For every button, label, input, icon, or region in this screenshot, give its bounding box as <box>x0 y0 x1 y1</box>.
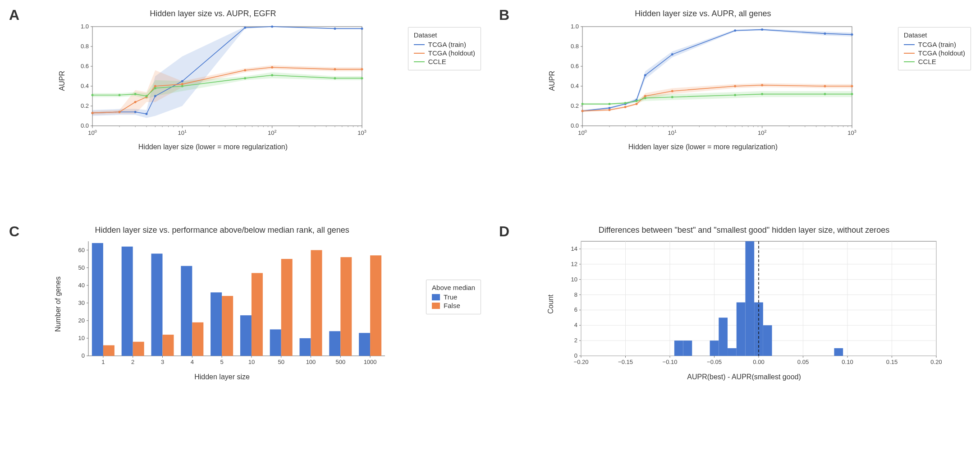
svg-text:0.6: 0.6 <box>81 63 89 69</box>
svg-text:−0.15: −0.15 <box>618 359 633 365</box>
svg-text:100: 100 <box>88 129 97 136</box>
svg-text:50: 50 <box>278 359 284 365</box>
legend-A: Dataset TCGA (train) TCGA (holdout) CCLE <box>408 27 481 70</box>
svg-rect-268 <box>719 318 728 356</box>
svg-rect-274 <box>834 348 843 356</box>
svg-text:102: 102 <box>268 129 276 136</box>
svg-rect-270 <box>736 302 745 356</box>
svg-point-56 <box>119 111 121 113</box>
svg-point-141 <box>609 103 611 105</box>
svg-rect-189 <box>211 292 222 356</box>
svg-point-127 <box>761 28 764 31</box>
svg-rect-273 <box>763 325 772 356</box>
svg-point-50 <box>181 80 183 83</box>
svg-text:10: 10 <box>248 359 254 365</box>
svg-text:12: 12 <box>571 261 577 267</box>
legend-item: True <box>444 293 457 301</box>
svg-text:1.0: 1.0 <box>81 23 89 30</box>
legend-item: TCGA (train) <box>428 41 466 48</box>
svg-point-68 <box>146 95 148 97</box>
svg-point-143 <box>636 100 638 102</box>
svg-point-48 <box>146 113 148 115</box>
legend-item: CCLE <box>428 58 446 65</box>
chart-title-D: Differences between "best" and "smallest… <box>599 226 890 235</box>
svg-text:0: 0 <box>574 352 577 359</box>
svg-point-67 <box>134 93 137 95</box>
svg-rect-198 <box>281 259 292 356</box>
xlabel-D: AUPR(best) - AUPR(smallest good) <box>687 373 801 381</box>
svg-point-54 <box>361 28 363 30</box>
svg-rect-205 <box>329 331 340 356</box>
panel-letter-A: A <box>9 7 23 23</box>
svg-point-131 <box>609 109 611 111</box>
svg-point-61 <box>244 69 247 71</box>
svg-text:0.00: 0.00 <box>753 359 764 365</box>
svg-point-66 <box>119 94 121 96</box>
svg-text:0.8: 0.8 <box>81 43 89 50</box>
chart-D: 02468101214−0.20−0.15−0.10−0.050.000.050… <box>559 239 942 369</box>
svg-text:60: 60 <box>78 247 84 253</box>
panel-letter-D: D <box>499 223 513 240</box>
panel-letter-C: C <box>9 223 23 240</box>
svg-text:0.10: 0.10 <box>842 359 853 365</box>
legend-title-B: Dataset <box>904 31 965 39</box>
svg-point-55 <box>92 112 94 114</box>
svg-text:−0.05: −0.05 <box>707 359 722 365</box>
svg-text:8: 8 <box>574 291 577 298</box>
svg-point-47 <box>134 111 137 113</box>
svg-text:0.0: 0.0 <box>81 122 89 129</box>
svg-point-59 <box>154 85 156 87</box>
svg-point-137 <box>761 84 764 86</box>
svg-point-73 <box>334 77 336 79</box>
svg-point-138 <box>824 85 826 87</box>
svg-text:4: 4 <box>574 322 577 328</box>
svg-text:500: 500 <box>335 359 345 365</box>
legend-title-A: Dataset <box>414 31 475 39</box>
svg-text:40: 40 <box>78 282 84 289</box>
svg-text:20: 20 <box>78 317 84 324</box>
svg-point-69 <box>154 87 156 89</box>
svg-point-133 <box>636 103 638 105</box>
svg-rect-267 <box>710 341 719 356</box>
svg-text:10: 10 <box>571 276 577 283</box>
svg-rect-265 <box>674 341 683 356</box>
svg-rect-206 <box>340 257 352 356</box>
svg-rect-210 <box>370 255 381 356</box>
svg-text:103: 103 <box>848 129 856 136</box>
svg-text:0.15: 0.15 <box>886 359 897 365</box>
svg-text:−0.10: −0.10 <box>662 359 677 365</box>
svg-text:1.0: 1.0 <box>571 23 579 30</box>
svg-point-57 <box>134 101 137 103</box>
svg-text:−0.20: −0.20 <box>573 359 588 365</box>
svg-rect-186 <box>192 322 203 356</box>
svg-point-126 <box>734 29 737 32</box>
svg-rect-177 <box>121 247 133 356</box>
svg-point-53 <box>334 28 336 30</box>
chart-C: 01020304050601234510501005001000 <box>66 239 390 369</box>
legend-item: TCGA (holdout) <box>428 49 475 57</box>
panel-D: D Differences between "best" and "smalle… <box>499 226 971 442</box>
ylabel-C: Number of genes <box>54 276 62 332</box>
svg-rect-173 <box>92 243 103 356</box>
svg-point-144 <box>644 97 646 99</box>
svg-point-71 <box>244 77 247 79</box>
svg-point-149 <box>851 93 853 95</box>
svg-text:10: 10 <box>78 335 84 341</box>
svg-point-140 <box>582 103 584 105</box>
ylabel-B: AUPR <box>548 71 556 91</box>
panel-B: B Hidden layer size vs. AUPR, all genes … <box>499 9 971 212</box>
legend-item: TCGA (holdout) <box>918 49 965 57</box>
svg-rect-190 <box>222 296 233 356</box>
panel-letter-B: B <box>499 7 513 23</box>
xlabel-B: Hidden layer size (lower = more regulari… <box>628 143 778 151</box>
svg-point-135 <box>671 90 673 92</box>
svg-text:0.05: 0.05 <box>797 359 808 365</box>
svg-text:5: 5 <box>220 359 223 365</box>
svg-text:0.4: 0.4 <box>81 83 89 89</box>
svg-rect-197 <box>270 329 281 356</box>
svg-rect-266 <box>683 341 692 356</box>
legend-item: False <box>444 302 460 309</box>
ylabel-A: AUPR <box>58 71 66 91</box>
svg-text:0.2: 0.2 <box>571 102 579 109</box>
svg-text:100: 100 <box>578 129 587 136</box>
